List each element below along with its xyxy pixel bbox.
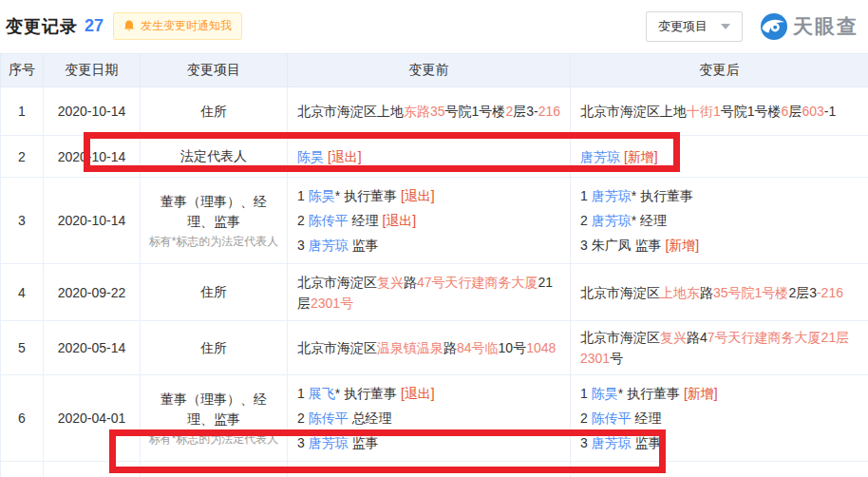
plain-text: 路 [404,275,417,290]
filter-dropdown-label: 变更项目 [658,18,708,35]
plain-text: 3 [580,435,592,450]
legend-note: 标有*标志的为法定代表人 [142,234,286,250]
member-line: 2 陈传平 经理 [580,406,859,430]
cell-change-item: 董事（理事）、经理、监事标有*标志的为法定代表人 [141,178,288,264]
diff-text: 天行建商务大厦 [445,275,538,290]
plain-text: 路4 [687,330,708,345]
person-link[interactable]: 陈传平 [592,410,632,426]
person-link[interactable]: 唐芳琼 [592,188,632,203]
change-tag: [退出] [382,213,416,228]
cell-before: 1 陈昊* 执行董事 [退出]2 陈传平 经理 [退出]3 唐芳琼 监事 [288,178,571,264]
diff-text: 84号临 [457,340,499,355]
person-link[interactable]: 陈昊 [592,386,618,401]
diff-text: 复兴 [660,330,687,345]
bell-icon [123,20,135,32]
diff-text: 216 [538,104,560,119]
diff-text: 1048 [526,340,556,355]
plain-text: 北京市海淀区上地 [297,104,404,119]
cell-date: 2020-05-14 [44,321,141,375]
plain-text: 1 [580,188,592,203]
table-row: 72020-04-01法定代表人展飞 [退出]陈昊 [新增] [1,462,868,477]
diff-text: 东路35 [404,104,445,119]
plain-text: 路 [700,285,713,300]
cell-change-item: 住所 [141,264,288,321]
address-line: 北京市海淀区上地十街1号院1号楼6层603-1 [580,101,859,122]
plain-text: 2 [580,410,592,426]
plain-text: 3 [297,435,309,450]
plain-text: 北京市海淀区 [580,330,660,345]
person-link[interactable]: 展飞 [309,386,335,401]
diff-text: 21层 [821,330,850,345]
person-link[interactable]: 陈传平 [309,213,349,228]
table-row: 62020-04-01董事（理事）、经理、监事标有*标志的为法定代表人1 展飞*… [1,375,868,462]
person-link[interactable]: 唐芳琼 [309,435,349,450]
diff-text: 院1号楼 [742,285,789,300]
person-link[interactable]: 陈昊 [309,188,335,203]
notify-on-change-button[interactable]: 发生变更时通知我 [113,12,242,40]
plain-text: 10号 [499,340,527,355]
plain-text: * 执行董事 [632,188,693,203]
logo-wordmark: 天眼查 [793,13,859,40]
cell-date: 2020-10-14 [44,178,141,264]
person-link[interactable]: 唐芳琼 [580,149,620,164]
address-line: 北京市海淀区上地东路35号院1号楼2层3-216 [297,101,560,122]
table-row: 12020-10-14住所北京市海淀区上地东路35号院1号楼2层3-216北京市… [1,87,868,136]
plain-text: 经理 [632,410,662,426]
address-line: 层2301号 [297,293,560,314]
table-row: 32020-10-14董事（理事）、经理、监事标有*标志的为法定代表人1 陈昊*… [1,178,868,264]
person-link[interactable]: 陈传平 [309,410,349,426]
change-item-filter-dropdown[interactable]: 变更项目 [646,11,743,42]
cell-before: 北京市海淀区复兴路47号天行建商务大厦21层2301号 [288,264,571,321]
col-header-date: 变更日期 [44,54,141,87]
cell-after: 北京市海淀区上地十街1号院1号楼6层603-1 [571,87,868,136]
change-item-title: 法定代表人 [142,474,286,477]
plain-text: 2 [297,213,309,228]
cell-index: 6 [1,375,44,462]
member-line: 2 唐芳琼* 经理 [580,208,859,233]
diff-text: 复兴 [377,275,404,290]
cell-change-item: 住所 [141,87,288,136]
cell-index: 4 [1,264,44,321]
cell-date: 2020-04-01 [44,462,141,477]
address-line: 北京市海淀区温泉镇温泉路84号临10号1048 [297,337,560,358]
col-header-index: 序号 [1,54,44,87]
cell-date: 2020-09-22 [44,264,141,321]
plain-text: 北京市海淀区 [580,285,660,300]
address-line: 北京市海淀区复兴路47号天行建商务大厦21层 [580,327,859,348]
member-line: 2 陈传平 经理 [退出] [297,208,560,233]
plain-text: * 执行董事 [335,188,401,203]
col-header-item: 变更项目 [141,54,288,87]
cell-after: 1 唐芳琼* 执行董事2 唐芳琼* 经理3 朱广凤 监事 [新增] [571,178,868,264]
col-header-before: 变更前 [288,54,571,87]
plain-text: 21 [538,275,554,290]
cell-after: 1 陈昊* 执行董事 [新增]2 陈传平 经理3 唐芳琼 监事 [571,375,868,462]
member-line: 3 唐芳琼 监事 [297,233,560,258]
plain-text: 层 [297,296,311,311]
diff-text: 603 [802,104,823,119]
person-link[interactable]: 陈昊 [297,149,324,164]
address-line: 北京市海淀区上地东路35号院1号楼2层3-216 [580,282,859,303]
page-title: 变更记录 [6,15,78,38]
plain-text: * 执行董事 [618,386,684,401]
diff-text: 天行建商务大厦 [728,330,821,345]
person-link[interactable]: 唐芳琼 [592,213,632,228]
plain-text: 监事 [349,238,379,253]
person-link[interactable]: 唐芳琼 [309,238,349,253]
tianyancha-eye-icon [760,12,788,41]
plain-text: 2层3 [788,285,817,300]
plain-text: 北京市海淀区上地 [580,104,687,119]
change-tag: [新增] [624,149,658,164]
person-link[interactable]: 唐芳琼 [592,435,632,450]
plain-text: 3 朱广凤 监事 [580,238,665,253]
plain-text: 号院1号楼 [721,104,782,119]
plain-text: 号院1号楼 [445,104,506,119]
change-tag: [退出] [328,149,362,164]
diff-text: -216 [817,285,843,300]
cell-after: 唐芳琼 [新增] [571,136,868,178]
col-header-after: 变更后 [571,54,868,87]
address-line: 北京市海淀区复兴路47号天行建商务大厦21 [297,272,560,293]
member-line: 3 唐芳琼 监事 [297,430,560,455]
plain-text: 1 [297,188,309,203]
plain-text: 层 [788,104,802,119]
member-line: 3 唐芳琼 监事 [580,430,859,455]
